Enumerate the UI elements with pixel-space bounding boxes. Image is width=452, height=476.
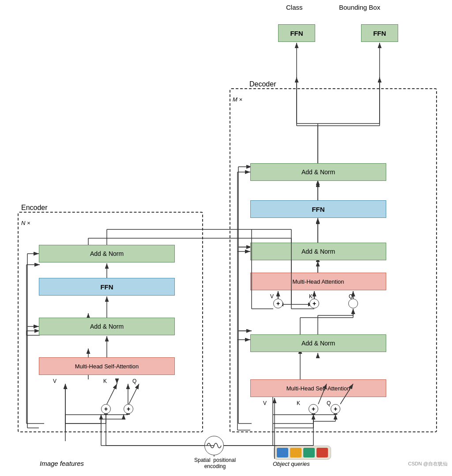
decoder-add-norm-top: Add & Norm: [250, 163, 386, 181]
class-label: Class: [286, 4, 303, 11]
spatial-encoding-label: Spatial positional encoding: [194, 457, 236, 469]
enc-k-label: K: [103, 378, 107, 384]
m-times-label: M ×: [233, 96, 242, 103]
decoder-ffn: FFN: [250, 200, 386, 218]
spatial-encoding-circle: [204, 436, 224, 455]
encoder-add-norm-low: Add & Norm: [39, 318, 175, 335]
watermark: CSDN @自在犹仙: [408, 461, 448, 467]
diagram-container: Class Bounding Box FFN FFN Decoder M × A…: [0, 0, 452, 476]
decoder-add-norm-low: Add & Norm: [250, 334, 386, 352]
dec-cross-plus-q: [348, 299, 358, 308]
decoder-label: Decoder: [249, 80, 276, 88]
ffn-class-box: FFN: [278, 24, 315, 42]
enc-q-label: Q: [132, 378, 136, 384]
dec-self-k-label: K: [297, 400, 300, 406]
dec-cross-plus-k: +: [309, 299, 319, 308]
color-sq-orange: [290, 448, 301, 457]
dec-cross-v-label: V: [270, 293, 274, 300]
enc-plus-right: +: [124, 404, 133, 414]
color-sq-blue: [277, 448, 288, 457]
dec-self-v-label: V: [263, 400, 267, 406]
dec-self-plus-left: +: [309, 404, 318, 414]
object-queries-label: Object queries: [273, 461, 310, 467]
dec-self-q-label: Q: [327, 400, 331, 406]
bounding-box-label: Bounding Box: [339, 4, 380, 11]
image-features-label: Image features: [40, 460, 84, 467]
object-queries-colors: [274, 446, 331, 460]
n-times-label: N ×: [21, 220, 30, 226]
color-sq-red: [316, 448, 328, 457]
encoder-multi-head-self-attn: Multi-Head Self-Attention: [39, 357, 175, 375]
dec-self-plus-right: +: [331, 404, 340, 414]
dec-cross-plus-v: +: [273, 299, 283, 308]
decoder-multi-head-attn: Multi-Head Attention: [250, 273, 386, 290]
enc-v-label: V: [53, 378, 56, 384]
color-sq-teal: [303, 448, 315, 457]
decoder-add-norm-mid: Add & Norm: [250, 243, 386, 260]
ffn-bbox-box: FFN: [361, 24, 398, 42]
encoder-label: Encoder: [21, 204, 48, 212]
enc-plus-left: +: [101, 404, 111, 414]
decoder-multi-head-self-attn: Multi-Head Self-Attention: [250, 379, 386, 397]
encoder-ffn: FFN: [39, 278, 175, 296]
encoder-add-norm-top: Add & Norm: [39, 245, 175, 262]
